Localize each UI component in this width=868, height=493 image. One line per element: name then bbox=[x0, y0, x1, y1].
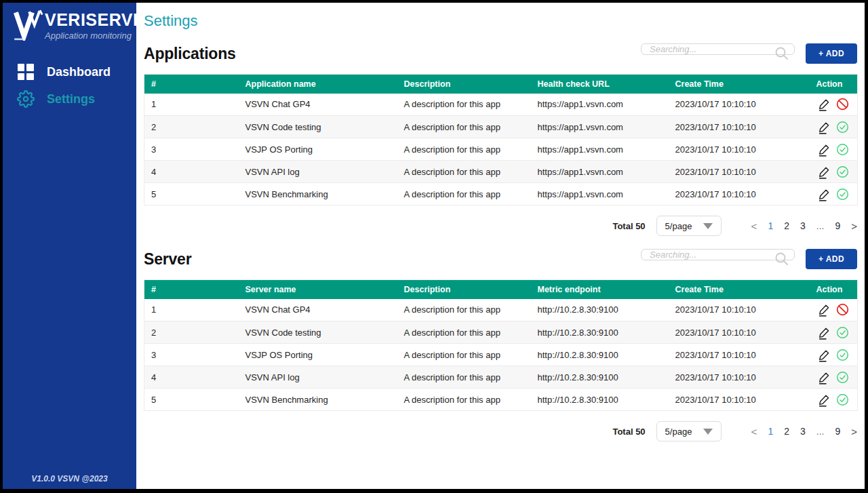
per-page-select[interactable]: 5/page bbox=[656, 216, 722, 236]
next-page-button[interactable]: > bbox=[851, 426, 857, 437]
cell-endpoint: http://10.2.8.30:9100 bbox=[538, 389, 675, 411]
page-number-1[interactable]: 1 bbox=[768, 426, 773, 437]
column-header-endpoint: Metric endpoint bbox=[538, 280, 675, 299]
page-number-3[interactable]: 3 bbox=[800, 426, 806, 437]
cell-description: A description for this app bbox=[404, 366, 538, 389]
page-number-3[interactable]: 3 bbox=[800, 220, 806, 231]
chevron-down-icon bbox=[703, 429, 713, 435]
gear-icon bbox=[16, 90, 35, 109]
column-header-num: # bbox=[144, 280, 245, 299]
column-header-url: Health check URL bbox=[538, 75, 675, 94]
cell-description: A description for this app bbox=[404, 299, 538, 321]
grid-icon bbox=[16, 63, 35, 81]
prev-page-button[interactable]: < bbox=[751, 220, 757, 232]
check-icon[interactable] bbox=[836, 349, 849, 361]
cell-endpoint: https://app1.vsvn.com bbox=[538, 138, 675, 161]
search-icon[interactable] bbox=[774, 46, 789, 61]
server-search-box bbox=[641, 248, 795, 270]
pager: < 1 2 3 ... 9 > bbox=[741, 220, 857, 232]
add-server-button[interactable]: + ADD bbox=[806, 249, 857, 269]
check-icon[interactable] bbox=[836, 393, 849, 406]
add-application-button[interactable]: + ADD bbox=[806, 43, 857, 64]
cell-num: 2 bbox=[144, 321, 245, 344]
edit-icon[interactable] bbox=[818, 188, 831, 201]
page-number-9[interactable]: 9 bbox=[835, 220, 840, 231]
column-header-action: Action bbox=[816, 75, 858, 94]
brand-title: VERISERVE bbox=[45, 9, 144, 30]
search-icon[interactable] bbox=[774, 252, 789, 267]
per-page-select[interactable]: 5/page bbox=[656, 421, 722, 441]
page-number-1[interactable]: 1 bbox=[768, 220, 773, 231]
cell-num: 3 bbox=[144, 344, 245, 366]
search-input[interactable] bbox=[641, 249, 795, 260]
cell-name: VSVN Chat GP4 bbox=[245, 299, 404, 321]
page-number-9[interactable]: 9 bbox=[835, 426, 840, 437]
cell-create-time: 2023/10/17 10:10:10 bbox=[675, 344, 816, 366]
cell-name: VSVN Code testing bbox=[245, 321, 404, 344]
server-pagination: Total 50 5/page < 1 2 3 ... 9 > bbox=[144, 421, 857, 441]
table-row: 2 VSVN Code testing A description for th… bbox=[144, 321, 858, 344]
cell-name: VSVN Benchmarking bbox=[245, 389, 404, 411]
check-icon[interactable] bbox=[836, 143, 849, 156]
cell-num: 1 bbox=[144, 94, 245, 116]
cell-create-time: 2023/10/17 10:10:10 bbox=[675, 161, 816, 183]
edit-icon[interactable] bbox=[818, 326, 831, 339]
check-icon[interactable] bbox=[836, 188, 849, 201]
page-title: Settings bbox=[144, 12, 857, 30]
cell-endpoint: http://10.2.8.30:9100 bbox=[538, 299, 675, 321]
cell-num: 5 bbox=[144, 183, 245, 205]
column-header-create-time: Create Time bbox=[675, 75, 816, 94]
brand-subtitle: Application monitoring bbox=[45, 31, 144, 41]
column-header-name: Application name bbox=[245, 75, 404, 94]
table-row: 1 VSVN Chat GP4 A description for this a… bbox=[144, 299, 858, 321]
next-page-button[interactable]: > bbox=[851, 220, 857, 232]
edit-icon[interactable] bbox=[818, 165, 831, 178]
table-row: 4 VSVN API log A description for this ap… bbox=[144, 161, 858, 183]
table-row: 5 VSVN Benchmarking A description for th… bbox=[144, 389, 858, 411]
edit-icon[interactable] bbox=[818, 371, 831, 384]
check-icon[interactable] bbox=[836, 121, 849, 134]
search-input[interactable] bbox=[641, 43, 795, 55]
column-header-name: Server name bbox=[245, 280, 404, 299]
cell-description: A description for this app bbox=[404, 161, 538, 183]
cell-create-time: 2023/10/17 10:10:10 bbox=[675, 389, 816, 411]
table-row: 3 VSJP OS Porting A description for this… bbox=[144, 344, 858, 366]
veriserve-logo-icon bbox=[14, 9, 43, 41]
cell-endpoint: http://10.2.8.30:9100 bbox=[538, 321, 675, 344]
edit-icon[interactable] bbox=[818, 121, 831, 134]
cell-num: 2 bbox=[144, 116, 245, 138]
check-icon[interactable] bbox=[836, 371, 849, 384]
page-ellipsis: ... bbox=[816, 426, 825, 437]
sidebar-item-dashboard[interactable]: Dashboard bbox=[3, 58, 136, 85]
cell-name: VSVN Benchmarking bbox=[245, 183, 404, 205]
server-section: Server + ADD # Server name Description bbox=[144, 248, 857, 441]
sidebar-nav: Dashboard Settings bbox=[3, 58, 136, 113]
cell-endpoint: http://10.2.8.30:9100 bbox=[538, 366, 675, 389]
page-ellipsis: ... bbox=[816, 220, 825, 231]
edit-icon[interactable] bbox=[818, 393, 831, 406]
prev-page-button[interactable]: < bbox=[751, 426, 757, 437]
per-page-value: 5/page bbox=[665, 221, 692, 231]
block-icon[interactable] bbox=[836, 98, 849, 111]
cell-endpoint: https://app1.vsvn.com bbox=[538, 116, 675, 138]
edit-icon[interactable] bbox=[818, 303, 831, 316]
page-number-2[interactable]: 2 bbox=[784, 426, 789, 437]
check-icon[interactable] bbox=[836, 326, 849, 339]
edit-icon[interactable] bbox=[818, 349, 831, 361]
cell-description: A description for this app bbox=[404, 138, 538, 161]
cell-create-time: 2023/10/17 10:10:10 bbox=[675, 138, 816, 161]
cell-name: VSVN API log bbox=[245, 366, 404, 389]
cell-num: 5 bbox=[144, 389, 245, 411]
table-row: 4 VSVN API log A description for this ap… bbox=[144, 366, 858, 389]
sidebar-item-settings[interactable]: Settings bbox=[3, 85, 136, 113]
sidebar-item-label: Settings bbox=[47, 92, 95, 106]
block-icon[interactable] bbox=[836, 303, 849, 316]
page-number-2[interactable]: 2 bbox=[784, 220, 789, 231]
chevron-down-icon bbox=[703, 223, 713, 229]
edit-icon[interactable] bbox=[818, 143, 831, 156]
edit-icon[interactable] bbox=[818, 98, 831, 111]
applications-pagination: Total 50 5/page < 1 2 3 ... 9 > bbox=[144, 216, 857, 236]
cell-endpoint: https://app1.vsvn.com bbox=[538, 183, 675, 205]
check-icon[interactable] bbox=[836, 165, 849, 178]
cell-name: VSVN API log bbox=[245, 161, 404, 183]
